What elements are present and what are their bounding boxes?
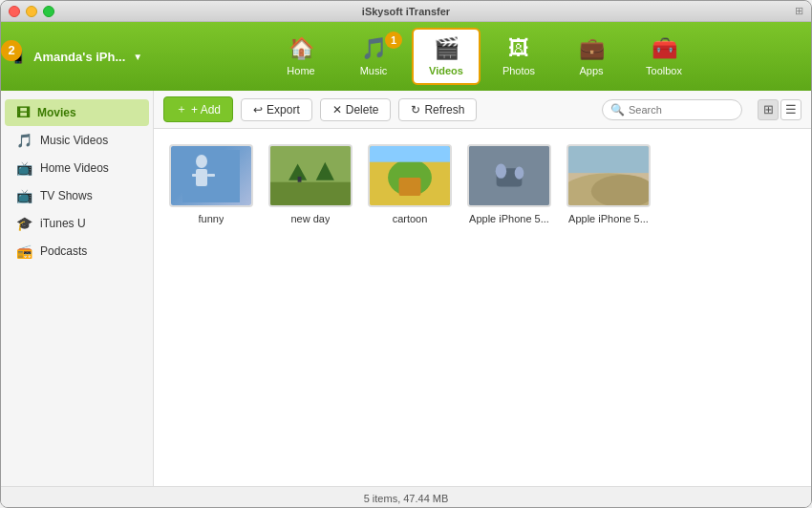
svg-rect-13 [370,146,450,162]
svg-rect-21 [568,146,649,174]
video-thumbnail-newday [268,144,353,207]
status-bar: 5 items, 47.44 MB [1,486,811,508]
svg-rect-12 [399,178,421,196]
thumb-cartoon-bg [370,146,450,205]
podcasts-icon: 📻 [16,243,32,259]
view-buttons: ⊞ ☰ [758,99,801,120]
tab-home-label: Home [287,65,314,76]
export-icon: ↩ [253,103,263,116]
itunes-u-icon: 🎓 [16,216,32,231]
sidebar-music-videos-label: Music Videos [40,134,108,147]
sidebar-item-home-videos[interactable]: 📺 Home Videos [5,155,149,181]
sidebar: 🎞 Movies 🎵 Music Videos 📺 Home Videos 📺 … [1,91,154,486]
video-label-newday: new day [291,213,331,224]
music-badge: 1 [385,32,402,49]
tab-photos[interactable]: 🖼 Photos [484,28,553,85]
search-input[interactable] [629,104,734,116]
sidebar-itunes-u-label: iTunes U [40,217,86,230]
svg-point-17 [515,166,524,179]
title-bar-right: ⊞ [795,5,803,17]
delete-icon: ✕ [332,103,342,116]
video-thumbnail-iphone1 [467,144,551,207]
search-icon: 🔍 [610,103,625,116]
sidebar-home-videos-label: Home Videos [40,161,109,175]
tab-apps-label: Apps [579,65,603,76]
sidebar-item-podcasts[interactable]: 📻 Podcasts [5,238,149,265]
maximize-button[interactable] [43,6,54,17]
nav-bar: 📱 Amanda's iPh... ▼ 2 🏠 Home 🎵 Music 1 🎬… [1,22,811,91]
video-grid: funny [154,129,811,486]
close-button[interactable] [9,6,20,17]
thumb-iphone1-bg [469,146,549,205]
video-label-iphone1: Apple iPhone 5... [469,213,549,224]
sidebar-movies-label: Movies [37,106,76,119]
traffic-lights [9,6,54,17]
svg-point-1 [196,155,207,168]
export-label: Export [267,103,300,116]
device-name: Amanda's iPh... [33,50,125,64]
video-thumbnail-cartoon [368,144,452,207]
step-badge-2: 2 [1,40,22,61]
list-item[interactable]: Apple iPhone 5... [566,144,651,224]
list-item[interactable]: Apple iPhone 5... [467,144,551,224]
music-videos-icon: 🎵 [16,133,32,148]
svg-rect-4 [207,174,215,177]
svg-rect-6 [270,182,351,206]
title-bar: iSkysoft iTransfer ⊞ [1,1,811,22]
tab-photos-label: Photos [502,65,535,76]
svg-point-16 [496,164,506,179]
toolbar: ＋ + Add ↩ Export ✕ Delete ↻ Refresh 🔍 [154,91,811,129]
minimize-button[interactable] [26,6,37,17]
nav-tabs: 🏠 Home 🎵 Music 1 🎬 Videos 🖼 Photos 💼 App… [163,28,801,85]
video-label-cartoon: cartoon [393,213,428,224]
export-button[interactable]: ↩ Export [241,98,312,121]
device-info[interactable]: 📱 Amanda's iPh... ▼ 2 [11,50,163,64]
home-videos-icon: 📺 [16,160,32,176]
refresh-label: Refresh [424,103,464,116]
apps-icon: 💼 [579,36,605,61]
tab-toolbox[interactable]: 🧰 Toolbox [630,28,698,85]
tab-toolbox-label: Toolbox [646,65,682,76]
dropdown-icon: ▼ [133,52,142,62]
list-item[interactable]: new day [268,144,353,224]
list-item[interactable]: cartoon [368,144,452,224]
thumb-iphone2-bg [568,146,649,205]
tab-music[interactable]: 🎵 Music 1 [339,28,408,85]
refresh-icon: ↻ [411,103,420,116]
add-button[interactable]: ＋ + Add [163,96,233,122]
list-view-button[interactable]: ☰ [780,99,801,120]
window-title: iSkysoft iTransfer [362,6,450,17]
thumb-funny-bg [171,146,251,205]
svg-rect-3 [192,174,200,177]
grid-view-button[interactable]: ⊞ [758,99,779,120]
status-text: 5 items, 47.44 MB [364,493,449,504]
list-item[interactable]: funny [169,144,253,224]
video-thumbnail-funny [169,144,253,207]
sidebar-item-movies[interactable]: 🎞 Movies [5,99,149,126]
sidebar-item-tv-shows[interactable]: 📺 TV Shows [5,182,149,209]
tab-home[interactable]: 🏠 Home [267,28,335,85]
search-box: 🔍 [602,99,742,120]
delete-button[interactable]: ✕ Delete [320,98,392,121]
home-icon: 🏠 [288,36,314,61]
video-thumbnail-iphone2 [566,144,651,207]
refresh-button[interactable]: ↻ Refresh [398,98,477,121]
tv-shows-icon: 📺 [16,188,32,203]
music-icon: 🎵 [361,36,387,61]
video-label-funny: funny [199,213,224,224]
video-label-iphone2: Apple iPhone 5... [568,213,649,224]
thumb-newday-bg [270,146,351,205]
main-content: 🎞 Movies 🎵 Music Videos 📺 Home Videos 📺 … [1,91,811,486]
delete-label: Delete [346,103,379,116]
add-icon: ＋ [176,101,187,117]
sidebar-podcasts-label: Podcasts [40,244,87,258]
movies-icon: 🎞 [16,105,30,120]
sidebar-item-itunes-u[interactable]: 🎓 iTunes U [5,210,149,237]
tab-videos-label: Videos [429,65,463,76]
sidebar-item-music-videos[interactable]: 🎵 Music Videos [5,127,149,154]
tab-apps[interactable]: 💼 Apps [557,28,626,85]
toolbox-icon: 🧰 [652,36,677,61]
tab-videos[interactable]: 🎬 Videos [412,28,481,85]
add-label: + Add [191,103,221,116]
svg-rect-2 [196,169,207,186]
